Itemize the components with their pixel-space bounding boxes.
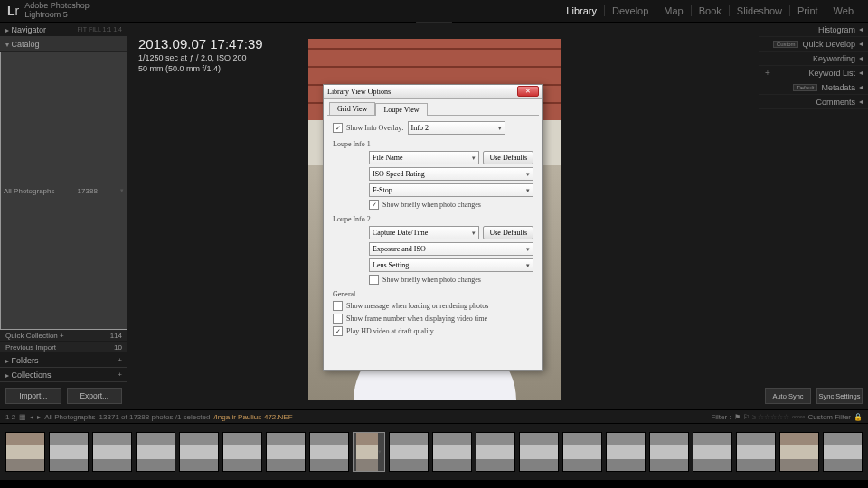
- module-book[interactable]: Book: [692, 5, 730, 16]
- export-button[interactable]: Export...: [67, 388, 123, 404]
- tab-grid-view[interactable]: Grid View: [329, 102, 375, 115]
- histogram-header[interactable]: Histogram◂: [760, 23, 868, 37]
- lock-icon[interactable]: 🔒: [854, 413, 863, 421]
- loupe1-row2-select[interactable]: ISO Speed Rating: [369, 167, 533, 181]
- keywording-header[interactable]: Keywording◂: [760, 52, 868, 66]
- loupe1-row1-select[interactable]: File Name: [369, 151, 479, 164]
- thumb[interactable]: [266, 432, 306, 472]
- module-develop[interactable]: Develop: [605, 5, 656, 16]
- filmstrip[interactable]: [0, 424, 868, 480]
- comments-header[interactable]: Comments◂: [760, 95, 868, 109]
- thumb[interactable]: [179, 432, 219, 472]
- thumb[interactable]: [432, 432, 472, 472]
- thumb[interactable]: [649, 432, 689, 472]
- path-label: All Photographs: [44, 413, 95, 421]
- sync-settings-button[interactable]: Sync Settings: [816, 388, 863, 404]
- catalog-quick-collection[interactable]: Quick Collection +114: [0, 330, 127, 342]
- loupe2-row1-select[interactable]: Capture Date/Time: [369, 226, 479, 239]
- thumb[interactable]: [779, 432, 819, 472]
- count-label: 13371 of 17388 photos /1 selected: [99, 413, 211, 421]
- app-logo: Lr: [7, 4, 19, 18]
- nav-fwd-icon[interactable]: ▸: [37, 413, 41, 421]
- collections-header[interactable]: ▸ Collections+: [0, 368, 127, 382]
- close-icon[interactable]: ✕: [517, 86, 539, 97]
- loupe2-defaults-button[interactable]: Use Defaults: [483, 226, 533, 239]
- auto-sync-button[interactable]: Auto Sync: [765, 388, 811, 404]
- thumb[interactable]: [136, 432, 175, 472]
- filter-bar: 1 2 ▦ ◂ ▸ All Photographs 13371 of 17388…: [0, 409, 868, 424]
- thumb[interactable]: [562, 432, 602, 472]
- library-view-options-dialog: Library View Options ✕ Grid View Loupe V…: [323, 84, 543, 371]
- thumb[interactable]: [823, 432, 863, 472]
- window-nums[interactable]: 1 2: [5, 413, 15, 421]
- thumb-selected[interactable]: [353, 432, 385, 472]
- thumb[interactable]: [736, 432, 776, 472]
- thumb[interactable]: [476, 432, 515, 472]
- navigator-header[interactable]: ▸ Navigator FIT FILL 1:1 1:4: [0, 23, 127, 37]
- catalog-previous-import[interactable]: Previous Import10: [0, 342, 127, 353]
- right-panel: Histogram◂ CustomQuick Develop◂ Keywordi…: [760, 23, 868, 409]
- gen-hdvideo-checkbox[interactable]: ✓: [333, 326, 343, 336]
- flag-pick-icon[interactable]: ⚑: [734, 413, 741, 421]
- catalog-all-photographs[interactable]: All Photographs17388: [0, 52, 127, 330]
- grid-icon[interactable]: ▦: [19, 413, 26, 421]
- module-web[interactable]: Web: [826, 5, 861, 16]
- left-panel: ▸ Navigator FIT FILL 1:1 1:4 ▾ Catalog A…: [0, 23, 127, 409]
- app-title: Adobe Photoshop Lightroom 5: [24, 2, 90, 20]
- thumb[interactable]: [222, 432, 262, 472]
- nav-back-icon[interactable]: ◂: [30, 413, 33, 421]
- loupe1-defaults-button[interactable]: Use Defaults: [483, 151, 533, 164]
- gen-loading-checkbox[interactable]: [333, 301, 343, 311]
- star-filter[interactable]: ≥ ☆☆☆☆☆: [752, 413, 790, 421]
- catalog-header[interactable]: ▾ Catalog: [0, 37, 127, 52]
- custom-filter-select[interactable]: Custom Filter: [807, 413, 851, 421]
- thumb[interactable]: [519, 432, 559, 472]
- quick-develop-header[interactable]: CustomQuick Develop◂: [760, 37, 868, 52]
- loupe2-row2-select[interactable]: Exposure and ISO: [369, 242, 533, 256]
- thumb[interactable]: [693, 432, 732, 472]
- module-map[interactable]: Map: [656, 5, 691, 16]
- folders-header[interactable]: ▸ Folders+: [0, 353, 127, 368]
- module-slideshow[interactable]: Slideshow: [730, 5, 790, 16]
- thumb[interactable]: [309, 432, 349, 472]
- info-overlay-select[interactable]: Info 2: [408, 121, 505, 135]
- filter-label: Filter :: [711, 413, 731, 421]
- thumb[interactable]: [5, 432, 45, 472]
- thumb[interactable]: [606, 432, 646, 472]
- info-overlay: 2013.09.07 17:47:39 1/1250 sec at ƒ / 2.…: [138, 36, 263, 73]
- color-filter[interactable]: ▫▫▫▫▫: [792, 413, 805, 421]
- thumb[interactable]: [49, 432, 89, 472]
- show-info-overlay-checkbox[interactable]: ✓: [333, 123, 343, 133]
- tab-loupe-view[interactable]: Loupe View: [375, 103, 427, 116]
- thumb[interactable]: [92, 432, 132, 472]
- loupe1-row3-select[interactable]: F-Stop: [369, 183, 533, 197]
- module-library[interactable]: Library: [559, 5, 605, 16]
- module-print[interactable]: Print: [790, 5, 826, 16]
- metadata-header[interactable]: DefaultMetadata◂: [760, 80, 868, 95]
- keyword-list-header[interactable]: +Keyword List◂: [760, 66, 868, 80]
- module-picker: Library Develop Map Book Slideshow Print…: [559, 5, 861, 16]
- import-button[interactable]: Import...: [5, 388, 61, 404]
- thumb[interactable]: [389, 432, 429, 472]
- gen-framenum-checkbox[interactable]: [333, 314, 343, 324]
- file-label: /Inga ir Paulius-472.NEF: [213, 413, 292, 421]
- dialog-titlebar[interactable]: Library View Options ✕: [324, 85, 542, 99]
- flag-reject-icon[interactable]: ⚐: [743, 413, 750, 421]
- loupe2-briefly-checkbox[interactable]: [369, 275, 379, 285]
- loupe1-briefly-checkbox[interactable]: ✓: [369, 200, 379, 210]
- loupe2-row3-select[interactable]: Lens Setting: [369, 258, 533, 272]
